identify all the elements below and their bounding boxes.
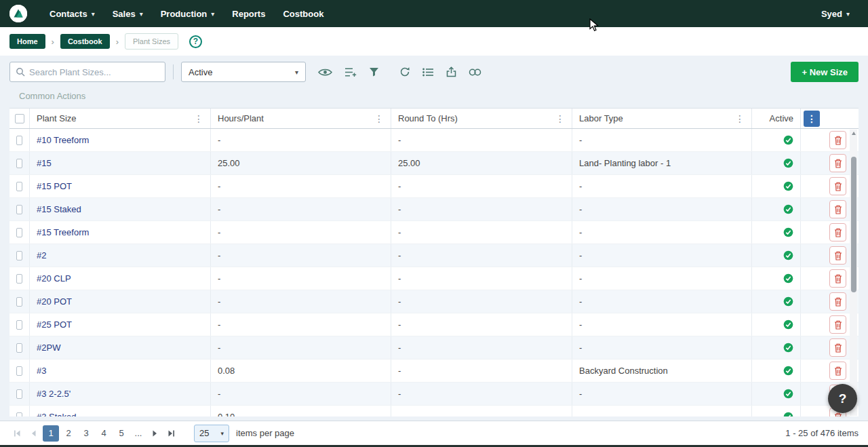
plant-size-link[interactable]: #3 Staked [37, 412, 77, 416]
delete-button[interactable] [829, 362, 846, 380]
delete-button[interactable] [829, 315, 846, 334]
user-menu[interactable]: Syed ▾ [812, 0, 859, 27]
row-checkbox[interactable] [16, 366, 22, 376]
delete-button[interactable] [829, 223, 846, 241]
hours-cell: - [211, 336, 391, 359]
filter-button[interactable] [369, 67, 379, 77]
page-size-select[interactable]: 25 ▾ [194, 425, 229, 442]
row-checkbox[interactable] [16, 389, 22, 399]
app-logo-icon[interactable] [9, 5, 27, 22]
delete-button[interactable] [829, 338, 846, 357]
column-menu-icon[interactable]: ⋮ [193, 113, 205, 124]
plant-size-link[interactable]: #15 POT [37, 181, 72, 191]
nav-sales[interactable]: Sales ▾ [104, 0, 152, 27]
column-menu-icon[interactable]: ⋮ [373, 113, 385, 124]
row-checkbox[interactable] [16, 205, 22, 214]
header-active: Active [752, 109, 801, 128]
row-checkbox[interactable] [16, 159, 22, 168]
table-body: #10 Treeform - - - #15 25.00 25.00 Land- [9, 129, 859, 416]
breadcrumb-costbook[interactable]: Costbook [60, 34, 110, 49]
link-button[interactable] [469, 69, 481, 76]
labor-cell: - [572, 290, 752, 313]
show-columns-button[interactable] [318, 68, 332, 77]
row-checkbox[interactable] [16, 136, 22, 145]
list-view-button[interactable] [422, 68, 434, 77]
plant-size-link[interactable]: #15 [37, 158, 52, 168]
round-cell: - [391, 175, 572, 197]
select-all-checkbox[interactable] [15, 114, 24, 123]
trash-icon [834, 366, 842, 376]
floating-help-button[interactable]: ? [828, 384, 857, 413]
search-input[interactable] [29, 67, 159, 77]
grid-column-menu-button[interactable]: ⋮ [804, 111, 820, 127]
row-checkbox[interactable] [16, 274, 22, 284]
plant-size-link[interactable]: #3 [37, 366, 46, 376]
vertical-scrollbar[interactable] [850, 130, 857, 416]
table-row: #15 Treeform - - - [9, 221, 859, 244]
nav-reports[interactable]: Reports [223, 0, 274, 27]
active-cell [752, 406, 801, 416]
hours-cell: - [211, 244, 391, 267]
insert-columns-button[interactable] [344, 67, 357, 77]
scrollbar-thumb[interactable] [851, 157, 856, 292]
nav-production[interactable]: Production ▾ [152, 0, 224, 27]
plant-size-link[interactable]: #10 Treeform [37, 135, 89, 145]
column-menu-icon[interactable]: ⋮ [734, 113, 746, 124]
new-size-button[interactable]: + New Size [791, 62, 859, 82]
row-checkbox[interactable] [16, 412, 22, 417]
row-checkbox[interactable] [16, 251, 22, 260]
status-filter-select[interactable]: Active ▾ [181, 62, 306, 82]
delete-button[interactable] [829, 292, 846, 311]
help-icon[interactable]: ? [189, 35, 202, 48]
refresh-button[interactable] [399, 66, 410, 77]
plant-size-link[interactable]: #25 POT [37, 319, 72, 330]
page-button-3[interactable]: 3 [78, 425, 94, 442]
export-button[interactable] [446, 66, 456, 77]
header-active-label: Active [770, 113, 793, 123]
page-button-2[interactable]: 2 [60, 425, 77, 442]
trash-icon [834, 343, 842, 353]
plant-size-link[interactable]: #20 CLP [37, 273, 71, 284]
plant-size-link[interactable]: #15 Staked [37, 204, 81, 214]
delete-button[interactable] [829, 154, 846, 172]
nav-costbook[interactable]: Costbook [274, 0, 332, 27]
labor-cell: Backyard Construction [572, 359, 752, 382]
nav-costbook-label: Costbook [283, 9, 323, 19]
delete-button[interactable] [829, 269, 846, 288]
plant-size-link[interactable]: #2 [37, 250, 46, 260]
plant-size-link[interactable]: #3 2-2.5' [37, 389, 71, 399]
delete-button[interactable] [829, 131, 846, 149]
hours-cell: - [211, 383, 391, 405]
scroll-up-icon[interactable] [852, 132, 856, 135]
row-checkbox[interactable] [16, 297, 22, 307]
last-page-button[interactable] [163, 425, 179, 442]
plant-size-cell: #3 2-2.5' [30, 383, 211, 405]
hours-cell: - [211, 198, 391, 220]
plant-size-cell: #15 Treeform [30, 221, 211, 244]
round-cell: 25.00 [391, 152, 572, 174]
previous-page-button[interactable] [26, 425, 42, 442]
breadcrumb-home[interactable]: Home [9, 34, 45, 49]
first-page-button[interactable] [9, 425, 26, 442]
row-checkbox[interactable] [16, 320, 22, 330]
page-button-5[interactable]: 5 [113, 425, 130, 442]
row-checkbox[interactable] [16, 182, 22, 191]
row-checkbox[interactable] [16, 228, 22, 237]
delete-button[interactable] [829, 177, 846, 195]
plant-size-link[interactable]: #2PW [37, 343, 60, 353]
more-pages-button[interactable]: ... [130, 428, 146, 438]
delete-button[interactable] [829, 246, 846, 265]
column-menu-icon[interactable]: ⋮ [554, 113, 566, 124]
next-page-button[interactable] [146, 425, 163, 442]
common-actions-link[interactable]: Common Actions [19, 91, 85, 101]
page-button-1[interactable]: 1 [43, 425, 59, 442]
delete-button[interactable] [829, 200, 846, 218]
nav-contacts[interactable]: Contacts ▾ [41, 0, 104, 27]
chevron-right-icon: › [116, 37, 119, 47]
plant-size-link[interactable]: #15 Treeform [37, 227, 89, 237]
search-icon [16, 67, 25, 77]
row-checkbox[interactable] [16, 343, 22, 353]
page-button-4[interactable]: 4 [96, 425, 112, 442]
hours-cell: 0.10 [211, 406, 391, 416]
plant-size-link[interactable]: #20 POT [37, 296, 72, 307]
